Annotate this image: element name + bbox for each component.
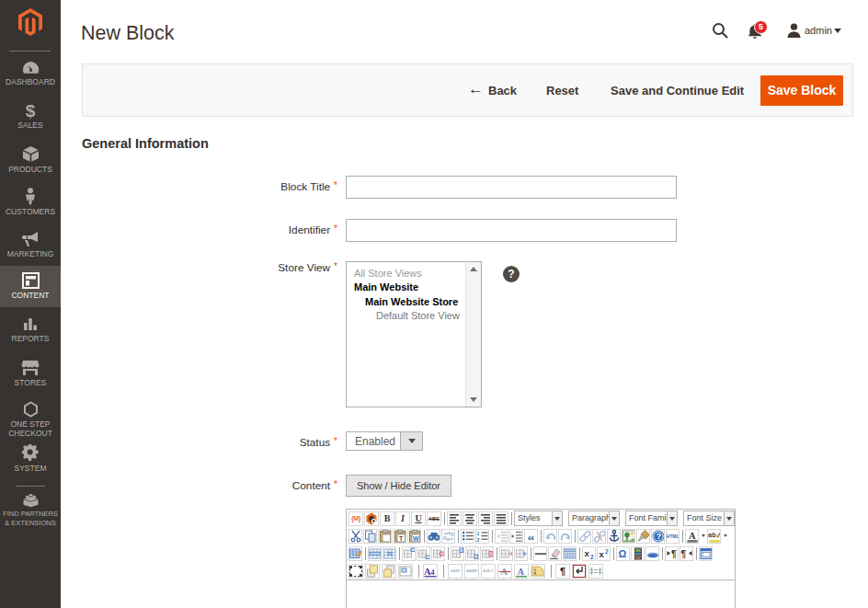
svg-text:A: A [689, 530, 696, 540]
svg-text:2: 2 [476, 536, 479, 542]
svg-text:A: A [518, 567, 525, 577]
svg-text:2: 2 [590, 554, 594, 560]
svg-text:x: x [584, 548, 589, 558]
svg-text:Ω: Ω [618, 548, 626, 559]
svg-text:T: T [399, 535, 404, 542]
svg-text:ab: ab [708, 531, 716, 539]
svg-text:?: ? [656, 532, 661, 541]
svg-text:W: W [413, 535, 419, 542]
svg-text:¶: ¶ [680, 549, 686, 559]
svg-text:4: 4 [431, 568, 435, 577]
svg-text:2: 2 [605, 547, 609, 554]
svg-text:¶: ¶ [671, 549, 677, 559]
svg-text:1: 1 [476, 530, 479, 535]
svg-text:x: x [599, 549, 604, 559]
